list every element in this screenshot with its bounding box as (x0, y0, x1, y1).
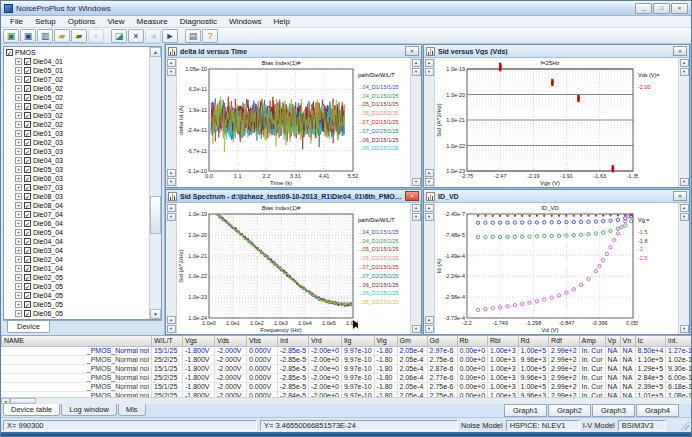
expand-icon[interactable]: + (15, 283, 22, 290)
menu-windows[interactable]: Windows (223, 17, 267, 26)
spinner-down-button[interactable]: ▼ (167, 213, 176, 221)
checkbox[interactable]: ✓ (24, 229, 31, 236)
spinner-up-button[interactable]: ▲ (167, 169, 176, 177)
checkbox[interactable]: ✓ (24, 166, 31, 173)
spinner-down-button[interactable]: ▼ (167, 178, 176, 186)
table-row[interactable]: _PMOS_Normal noi15/1/25-1.800V-2.000V0.0… (2, 382, 692, 391)
checkbox[interactable]: ✓ (24, 238, 31, 245)
erase-button[interactable]: ◪ (111, 29, 127, 43)
help-button[interactable]: ? (202, 29, 218, 43)
menu-diagnostic[interactable]: Diagnostic (174, 17, 223, 26)
tree-item-Die03_03[interactable]: +✓Die03_03 (6, 147, 149, 156)
column-header-rdf[interactable]: Rdf (549, 336, 580, 346)
close-button[interactable]: × (405, 191, 419, 201)
expand-icon[interactable]: + (15, 310, 22, 317)
tree-item-Die07_02[interactable]: +✓Die07_02 (6, 75, 149, 84)
chart-chart1-canvas[interactable]: 0.01.12.23.314.415.521.05e-106.2e-111.9e… (177, 58, 358, 187)
expand-icon[interactable]: + (15, 220, 22, 227)
spinner-down-button[interactable]: ▼ (680, 213, 689, 221)
expand-icon[interactable]: + (15, 139, 22, 146)
tree-item-Die05_01[interactable]: +✓Die05_01 (6, 66, 149, 75)
tree-item-Die02_03[interactable]: +✓Die02_03 (6, 138, 149, 147)
spinner-down-button[interactable]: ▼ (425, 68, 434, 76)
tree-item-Die04_03[interactable]: +✓Die04_03 (6, 156, 149, 165)
tree-item-Die06_03[interactable]: +✓Die06_03 (6, 174, 149, 183)
expand-icon[interactable]: + (15, 148, 22, 155)
chart-chart2-canvas[interactable]: -2.75-2.47-2.19-1.91-1.63-1.351.0e-191.0… (435, 58, 638, 187)
spinner-up-button[interactable]: ▲ (425, 316, 434, 324)
tree-item-Die03_02[interactable]: +✓Die03_02 (6, 111, 149, 120)
expand-icon[interactable]: + (15, 229, 22, 236)
tab-device[interactable]: Device (7, 321, 50, 333)
cascade-windows-button[interactable]: ▣ (20, 29, 36, 43)
menu-measure[interactable]: Measure (131, 17, 174, 26)
checkbox[interactable]: ✓ (24, 103, 31, 110)
checkbox[interactable]: ✓ (24, 265, 31, 272)
spinner-down-button[interactable]: ▼ (167, 68, 176, 76)
next-button[interactable]: ► (162, 29, 178, 43)
checkbox[interactable]: ✓ (24, 148, 31, 155)
column-header-rd[interactable]: Rd (518, 336, 549, 346)
tree-item-Die04_04[interactable]: +✓Die04_04 (6, 237, 149, 246)
spinner-up-button[interactable]: ▲ (412, 59, 421, 67)
scroll-down-icon[interactable]: ▼ (150, 309, 161, 319)
spinner-up-button[interactable]: ▲ (425, 204, 434, 212)
tree-item-Die07_05[interactable]: +✓Die07_05 (6, 318, 149, 319)
spinner-down-button[interactable]: ▼ (425, 178, 434, 186)
tree-item-Die05_03[interactable]: +✓Die05_03 (6, 165, 149, 174)
spinner-up-button[interactable]: ▲ (680, 59, 689, 67)
tree-scrollbar[interactable]: ▲ ▼ (149, 47, 161, 319)
checkbox[interactable]: ✓ (24, 193, 31, 200)
graph-window-chart1[interactable]: delta Id versus Time×▲▼▲▼0.01.12.23.314.… (165, 44, 422, 188)
table-hscrollbar[interactable]: ◄ (1, 397, 691, 404)
checkbox[interactable]: ✓ (24, 94, 31, 101)
maximize-button[interactable]: □ (653, 3, 670, 14)
new-graph-button[interactable]: ▣ (3, 29, 19, 43)
print-button[interactable]: ▤ (185, 29, 201, 43)
graph-window-titlebar[interactable]: Sid Spectrum - d:\jizhaoz_test\09-10-201… (166, 190, 421, 203)
column-header-gd[interactable]: Gd (427, 336, 457, 346)
expand-icon[interactable]: + (15, 274, 22, 281)
spinner-up-button[interactable]: ▲ (425, 169, 434, 177)
chart-area[interactable]: -2.2-1.749-1.298-0.847-0.3960.055-2.40e-… (435, 203, 678, 334)
checkbox[interactable]: ✓ (24, 211, 31, 218)
menu-help[interactable]: Help (268, 17, 296, 26)
open-folder-button[interactable]: ▰ (54, 29, 70, 43)
expand-icon[interactable]: + (15, 202, 22, 209)
checkbox[interactable]: ✓ (24, 175, 31, 182)
minimize-button[interactable]: _ (635, 3, 652, 14)
checkbox[interactable]: ✓ (24, 274, 31, 281)
table-row[interactable]: _PMOS_Normal noi15/1/25-1.800V-2.000V0.0… (2, 364, 692, 373)
spinner-up-button[interactable]: ▲ (680, 204, 689, 212)
column-header-vn[interactable]: Vn (620, 336, 635, 346)
spinner-down-button[interactable]: ▼ (412, 68, 421, 76)
tree-item-Die04_01[interactable]: +✓Die04_01 (6, 57, 149, 66)
column-header-vds[interactable]: Vds (215, 336, 247, 346)
expand-icon[interactable]: + (15, 67, 22, 74)
checkbox[interactable]: ✓ (24, 76, 31, 83)
checkbox[interactable]: ✓ (24, 247, 31, 254)
tree-item-Die04_02[interactable]: +✓Die04_02 (6, 102, 149, 111)
spinner-down-button[interactable]: ▼ (412, 213, 421, 221)
graph-window-chart2[interactable]: Sid versus Vgs (Vds)×▲▼▲▼-2.75-2.47-2.19… (423, 44, 690, 188)
spinner-up-button[interactable]: ▲ (167, 204, 176, 212)
graph-window-chart3[interactable]: Sid Spectrum - d:\jizhaoz_test\09-10-201… (165, 189, 422, 335)
expand-icon[interactable]: + (15, 184, 22, 191)
chart-area[interactable]: 1.0e01.0e11.0e21.0e31.0e41.0e51.0e61.0e-… (177, 203, 410, 334)
checkbox[interactable]: ✓ (24, 220, 31, 227)
expand-icon[interactable]: + (15, 238, 22, 245)
spinner-down-button[interactable]: ▼ (167, 325, 176, 333)
spinner-up-button[interactable]: ▲ (167, 316, 176, 324)
chart-area[interactable]: 0.01.12.23.314.415.521.05e-106.2e-111.9e… (177, 58, 410, 187)
tile-windows-button[interactable]: ▥ (37, 29, 53, 43)
table-row[interactable]: _PMOS_Normal noi25/2/25-1.800V-2.000V0.0… (2, 373, 692, 382)
expand-icon[interactable]: + (15, 58, 22, 65)
tree-item-Die06_02[interactable]: +✓Die06_02 (6, 84, 149, 93)
scroll-down-icon[interactable]: ▼ (412, 325, 421, 333)
spinner-up-button[interactable]: ▲ (425, 59, 434, 67)
tree-item-Die03_05[interactable]: +✓Die03_05 (6, 282, 149, 291)
delete-button[interactable]: × (128, 29, 144, 43)
graph-window-titlebar[interactable]: Sid versus Vgs (Vds)× (424, 45, 689, 58)
tree-item-Die08_04[interactable]: +✓Die08_04 (6, 201, 149, 210)
column-header-gm[interactable]: Gm (397, 336, 427, 346)
